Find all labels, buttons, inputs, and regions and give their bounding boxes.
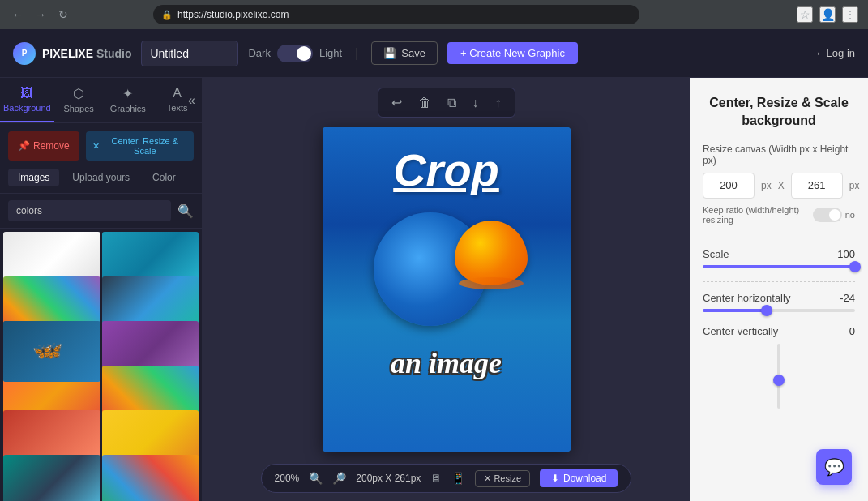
sidebar-tab-shapes[interactable]: ⬡ Shapes <box>54 78 104 122</box>
center-h-row: Center horizontally -24 <box>703 292 855 304</box>
center-v-row: Center vertically 0 <box>703 325 855 337</box>
color-tab[interactable]: Color <box>143 169 186 186</box>
center-v-label: Center vertically <box>703 325 778 337</box>
ratio-toggle-switch[interactable] <box>813 208 842 222</box>
sidebar-tab-background[interactable]: 🖼 Background <box>0 78 54 122</box>
forward-button[interactable]: → <box>32 6 49 23</box>
project-name-input[interactable] <box>141 41 238 66</box>
duplicate-button[interactable]: ⧉ <box>443 93 461 112</box>
canvas-wrapper: Crop an image <box>323 127 571 452</box>
theme-toggle-area: Dark Light <box>248 45 342 62</box>
menu-button[interactable]: ⋮ <box>842 6 858 23</box>
download-button[interactable]: ⬇ Download <box>540 469 618 487</box>
canvas-an-image-text: an image <box>391 346 502 380</box>
zoom-in-icon[interactable]: 🔎 <box>332 472 346 485</box>
resize-icon: ✕ <box>484 473 491 483</box>
scale-value: 100 <box>837 248 855 260</box>
left-sidebar: 🖼 Background ⬡ Shapes ✦ Graphics A Texts… <box>0 78 203 501</box>
create-graphic-button[interactable]: + Create New Graphic <box>447 42 578 64</box>
pin-icon: 📌 <box>18 140 30 152</box>
height-input[interactable] <box>791 173 843 199</box>
chat-icon: 💬 <box>824 457 844 477</box>
light-label: Light <box>319 47 342 59</box>
resize-icon: ✕ <box>92 141 100 152</box>
resize-canvas-section: Resize canvas (Width px x Height px) px … <box>703 143 855 225</box>
px-label-1: px <box>761 180 772 191</box>
toggle-knob <box>297 46 311 61</box>
scale-label: Scale <box>703 248 729 260</box>
sidebar-collapse-button[interactable]: « <box>188 93 195 108</box>
image-thumb-5[interactable]: 🦋 <box>3 321 100 382</box>
remove-button[interactable]: 📌 Remove <box>8 131 79 161</box>
search-button[interactable]: 🔍 <box>177 203 194 219</box>
ratio-toggle-row: Keep ratio (width/height) resizing no <box>703 205 855 225</box>
login-button[interactable]: → Log in <box>811 47 855 59</box>
zoom-level: 200% <box>275 473 300 484</box>
back-button[interactable]: ← <box>10 6 26 23</box>
center-h-label: Center horizontally <box>703 292 790 304</box>
login-icon: → <box>811 47 822 59</box>
sidebar-actions: 📌 Remove ✕ Center, Resize & Scale <box>0 123 202 169</box>
save-label: Save <box>401 47 425 59</box>
profile-button[interactable]: 👤 <box>819 6 836 23</box>
mobile-icon[interactable]: 📱 <box>451 472 465 485</box>
ratio-label: Keep ratio (width/height) resizing <box>703 205 813 225</box>
desktop-icon[interactable]: 🖥 <box>430 472 442 485</box>
delete-button[interactable]: 🗑 <box>413 93 436 112</box>
center-h-slider-track[interactable] <box>703 309 855 312</box>
reload-button[interactable]: ↻ <box>55 6 71 23</box>
save-button[interactable]: 💾 Save <box>371 41 438 65</box>
sidebar-tab-graphics[interactable]: ✦ Graphics <box>103 78 152 122</box>
app-header: P PIXELIXE Studio Dark Light | 💾 Save + … <box>0 29 868 78</box>
center-v-value: 0 <box>849 325 855 337</box>
right-panel: Center, Resize & Scale background Resize… <box>690 78 868 501</box>
image-grid: 🦋 <box>0 229 202 501</box>
resize-button[interactable]: ✕ Resize <box>475 470 530 487</box>
graphics-icon: ✦ <box>122 86 133 101</box>
center-v-section: Center vertically 0 <box>703 325 855 409</box>
ratio-toggle-knob <box>829 209 840 221</box>
center-h-section: Center horizontally -24 <box>703 292 855 312</box>
resize-label: Resize canvas (Width px x Height px) <box>703 143 855 166</box>
image-thumb-11[interactable] <box>3 455 100 501</box>
scale-slider-thumb[interactable] <box>849 261 861 272</box>
search-input[interactable] <box>8 200 171 221</box>
scale-slider-fill <box>703 265 855 268</box>
move-up-button[interactable]: ↑ <box>490 93 507 112</box>
canvas-toolbar: ↩ 🗑 ⧉ ↓ ↑ <box>378 88 515 118</box>
image-thumb-12[interactable] <box>102 455 199 501</box>
images-tab[interactable]: Images <box>8 169 59 186</box>
center-v-slider-thumb[interactable] <box>773 375 785 386</box>
zoom-out-icon[interactable]: 🔍 <box>309 472 323 485</box>
logo-text: PIXELIXE Studio <box>42 47 131 60</box>
size-inputs: px X px <box>703 173 855 199</box>
address-bar: 🔒 https://studio.pixelixe.com <box>153 5 639 24</box>
undo-button[interactable]: ↩ <box>387 93 407 112</box>
center-v-slider-track[interactable] <box>777 344 780 409</box>
theme-toggle[interactable] <box>277 45 313 62</box>
ratio-toggle[interactable]: no <box>813 208 855 222</box>
create-label: + Create New Graphic <box>460 47 565 59</box>
login-label: Log in <box>827 47 855 59</box>
center-v-slider-container <box>703 344 855 409</box>
star-button[interactable]: ☆ <box>797 6 813 23</box>
center-resize-scale-button[interactable]: ✕ Center, Resize & Scale <box>86 131 194 161</box>
width-input[interactable] <box>703 173 755 199</box>
x-separator: X <box>778 180 785 191</box>
scale-section: Scale 100 <box>703 248 855 268</box>
right-panel-title: Center, Resize & Scale background <box>703 94 855 131</box>
px-label-2: px <box>849 180 860 191</box>
divider-1 <box>703 238 855 238</box>
canvas-bottom-bar: 200% 🔍 🔎 200px X 261px 🖥 📱 ✕ Resize ⬇ Do… <box>261 464 632 493</box>
logo-area: P PIXELIXE Studio <box>13 42 131 65</box>
upload-yours-tab[interactable]: Upload yours <box>62 169 139 186</box>
ratio-state: no <box>845 210 855 220</box>
move-down-button[interactable]: ↓ <box>468 93 484 112</box>
scale-slider-track[interactable] <box>703 265 855 268</box>
main-layout: 🖼 Background ⬡ Shapes ✦ Graphics A Texts… <box>0 78 868 501</box>
center-h-slider-thumb[interactable] <box>761 305 772 316</box>
canvas-area: ↩ 🗑 ⧉ ↓ ↑ Crop an image 200% 🔍 🔎 200px X… <box>203 78 690 501</box>
download-icon: ⬇ <box>551 473 559 484</box>
center-h-value: -24 <box>840 292 855 304</box>
chat-fab-button[interactable]: 💬 <box>816 449 852 485</box>
